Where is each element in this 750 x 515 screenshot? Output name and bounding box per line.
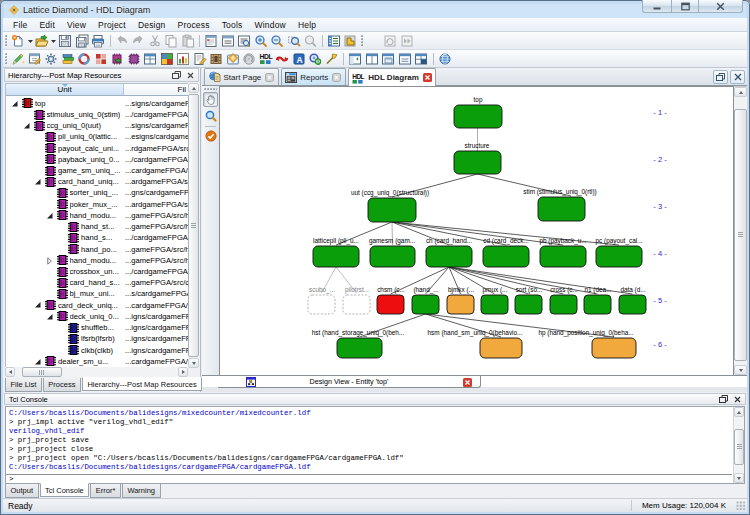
tree-row[interactable]: shuffleb......igns/cardgameFP — [6, 322, 188, 333]
menu-project[interactable]: Project — [92, 18, 132, 32]
file-view-icon[interactable] — [203, 33, 220, 49]
cut-icon[interactable] — [147, 33, 164, 49]
expander-closed-icon[interactable] — [46, 257, 54, 266]
tree-row[interactable]: card_deck_uniq......cardgameFPGA/s — [6, 299, 188, 310]
tree-item-name[interactable]: top — [35, 99, 46, 108]
find-window-icon[interactable] — [220, 33, 237, 49]
console-close-button[interactable] — [731, 394, 743, 405]
console-tab-warning[interactable]: Warning — [122, 484, 161, 498]
loop-red-icon[interactable] — [274, 51, 291, 67]
diagram-node-green[interactable] — [454, 105, 502, 128]
block-yellow-icon[interactable] — [342, 33, 359, 49]
column-file[interactable]: Fil — [124, 84, 188, 95]
tree-item-name[interactable]: pll_uniq_0(lattic... — [58, 132, 117, 141]
toolbar-handle[interactable] — [204, 88, 217, 91]
toolbar-handle[interactable] — [5, 35, 8, 47]
tree-item-name[interactable]: poker_mux_... — [70, 200, 118, 209]
menu-window[interactable]: Window — [249, 18, 292, 32]
diagram-node-green[interactable] — [483, 246, 529, 267]
tree-item-name[interactable]: stimulus_uniq_0(stim) — [47, 110, 121, 119]
design-view-tab[interactable]: Design View - Entity 'top' — [218, 376, 481, 388]
run-stop-icon[interactable] — [415, 33, 432, 49]
tree-row[interactable]: payout_calc_uni......rdgameFPGA/src — [6, 142, 188, 153]
diagram-node-red[interactable] — [377, 295, 404, 314]
close-button[interactable] — [699, 0, 743, 13]
tree-item-name[interactable]: game_sm_uniq_... — [58, 166, 120, 175]
diagram-vertical-scrollbar[interactable] — [734, 86, 747, 375]
scroll-up-button[interactable] — [734, 407, 744, 417]
diagram-node-green[interactable] — [540, 246, 586, 267]
option-list-icon[interactable] — [326, 33, 343, 49]
globe-gray-icon[interactable] — [241, 51, 258, 67]
tab-close-icon[interactable] — [332, 73, 341, 82]
tool-yellow-icon[interactable] — [324, 51, 341, 67]
tree-item-name[interactable]: ccg_uniq_0(uut) — [47, 121, 101, 130]
pan-tool-button[interactable] — [203, 92, 218, 107]
copy-icon[interactable] — [163, 33, 180, 49]
tree-item-name[interactable]: crossbox_un... — [70, 267, 119, 276]
ball-orange-icon[interactable] — [225, 51, 242, 67]
zoom-area-icon[interactable] — [286, 33, 303, 49]
console-tab-output[interactable]: Output — [5, 484, 39, 498]
tree-item-name[interactable]: sorter_uniq_... — [70, 188, 119, 197]
diagram-node-green[interactable] — [337, 338, 382, 358]
panel-float-button[interactable] — [170, 70, 182, 81]
win-layout4-icon[interactable] — [397, 51, 414, 67]
tree-vertical-scrollbar[interactable] — [188, 83, 199, 368]
hdl-logo-icon[interactable]: HDL — [258, 51, 275, 67]
column-unit[interactable]: Unit — [6, 84, 124, 95]
drop-icon[interactable] — [50, 33, 57, 49]
new-file-icon[interactable] — [10, 33, 27, 49]
scroll-thumb[interactable] — [188, 94, 199, 357]
ring-color-icon[interactable] — [307, 51, 324, 67]
zoom-in-icon[interactable] — [253, 33, 270, 49]
resize-grip[interactable] — [736, 501, 746, 511]
memory-icon[interactable] — [208, 51, 225, 67]
tree-item-name[interactable]: deck_uniq_0... — [70, 312, 119, 321]
panel-close-button[interactable] — [184, 70, 196, 81]
win-layout2-icon[interactable] — [364, 51, 381, 67]
tree-row[interactable]: bj_mux_uni......s/cardgameFPGA — [6, 288, 188, 299]
window-grid-icon[interactable] — [142, 51, 159, 67]
expander-open-icon[interactable] — [34, 359, 42, 366]
expander-open-icon[interactable] — [34, 179, 42, 186]
tree-item-name[interactable]: hand_po... — [81, 245, 117, 254]
tree-row[interactable]: deck_uniq_0......igns/cardgameFP — [6, 311, 188, 322]
run-play-icon[interactable] — [366, 33, 383, 49]
diagram-node-green[interactable] — [412, 295, 439, 314]
win-layout1-icon[interactable] — [347, 51, 364, 67]
scroll-up-button[interactable] — [734, 87, 747, 97]
expander-open-icon[interactable] — [46, 213, 54, 220]
tree-item-name[interactable]: hand_s... — [81, 233, 112, 242]
console-prompt[interactable]: > — [6, 474, 732, 483]
tree-row[interactable]: stimulus_uniq_0(stim).../cardgameFPGA/ — [6, 109, 188, 120]
paste-icon[interactable] — [180, 33, 197, 49]
layers-icon[interactable] — [60, 51, 77, 67]
win-layout5-icon[interactable] — [413, 51, 430, 67]
find-text-icon[interactable] — [236, 33, 253, 49]
scroll-down-button[interactable] — [734, 473, 744, 483]
toolbar-handle[interactable] — [361, 35, 364, 47]
redo-icon[interactable] — [130, 33, 147, 49]
tab-close-icon[interactable] — [423, 73, 432, 82]
doc-float-button[interactable] — [713, 70, 728, 84]
diagram-canvas[interactable]: topstructureuut (ccg_uniq_0(structural))… — [219, 86, 734, 375]
open-file-icon[interactable] — [34, 33, 51, 49]
console-float-button[interactable] — [717, 394, 729, 405]
menu-edit[interactable]: Edit — [34, 18, 61, 32]
maximize-button[interactable] — [671, 0, 699, 13]
diagram-node-orange[interactable] — [480, 338, 522, 358]
tree-item-name[interactable]: card_hand_uniq... — [58, 177, 119, 186]
panel-tab-file-list[interactable]: File List — [5, 378, 42, 392]
tree-item-name[interactable]: lfsrb(lfsrb) — [81, 334, 115, 343]
diagram-node-green[interactable] — [454, 151, 501, 174]
print-icon[interactable] — [90, 33, 107, 49]
doc-tab-reports[interactable]: Reports — [281, 68, 346, 85]
menu-design[interactable]: Design — [132, 18, 172, 32]
diagram-node-green[interactable] — [596, 246, 642, 267]
tree-row[interactable]: crossbox_un....../cardgameFPGA/ — [6, 266, 188, 277]
scroll-thumb[interactable] — [734, 429, 744, 465]
diagram-node-blackbox[interactable] — [308, 295, 335, 314]
zoom-out-icon[interactable] — [269, 33, 286, 49]
scroll-up-button[interactable] — [188, 83, 199, 93]
